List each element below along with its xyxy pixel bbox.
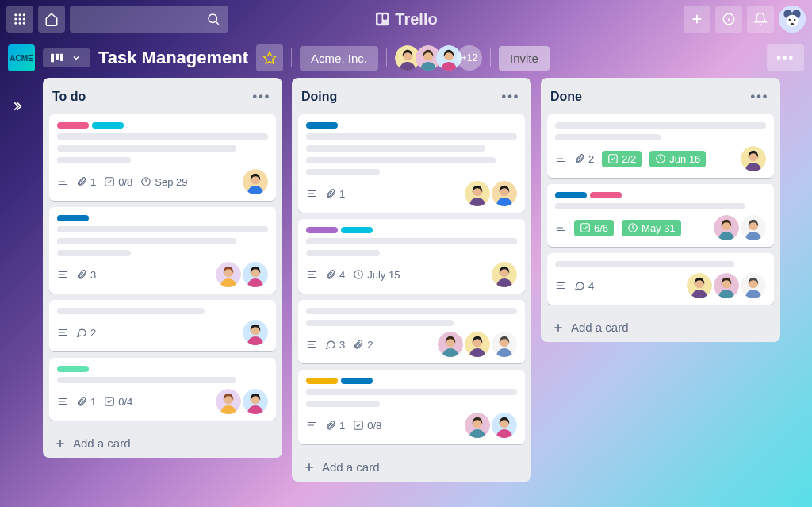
card-label	[306, 378, 338, 384]
check-badge: 6/6	[574, 220, 614, 236]
card[interactable]: 1	[298, 114, 525, 213]
svg-rect-67	[581, 224, 590, 232]
board-header: ACME Task Management Acme, Inc. +12 Invi…	[0, 38, 812, 78]
notifications-icon[interactable]	[747, 6, 774, 33]
member-overflow-count[interactable]: +12	[457, 45, 482, 71]
member-avatar	[216, 389, 241, 414]
card-text-line	[306, 157, 496, 163]
member-avatar	[492, 413, 517, 438]
card-members	[214, 389, 268, 414]
card[interactable]: 10/8	[298, 370, 525, 444]
card-text-line	[306, 133, 517, 140]
member-avatar	[714, 273, 739, 298]
card-text-line	[57, 308, 205, 314]
board-view-switcher[interactable]	[43, 48, 90, 67]
card-label	[92, 122, 124, 129]
cards-container: 22/2Jun 16 6/6May 31 4	[541, 113, 780, 313]
add-card-button[interactable]: Add a card	[292, 452, 531, 482]
card-label	[555, 192, 587, 198]
svg-rect-12	[383, 14, 387, 20]
list-menu-button[interactable]: •••	[251, 86, 273, 108]
member-avatar	[243, 262, 268, 287]
card-text-line	[306, 145, 485, 152]
card-label	[341, 227, 373, 233]
member-avatar	[465, 332, 490, 357]
card-label	[306, 122, 338, 129]
home-icon[interactable]	[38, 6, 65, 33]
board-title[interactable]: Task Management	[98, 48, 248, 68]
list-menu-button[interactable]: •••	[749, 86, 771, 108]
create-button[interactable]	[684, 6, 710, 33]
desc-badge	[306, 420, 317, 431]
add-card-button[interactable]: Add a card	[43, 428, 282, 458]
svg-point-5	[23, 18, 25, 21]
svg-rect-22	[56, 54, 59, 60]
card[interactable]: 6/6May 31	[547, 184, 774, 247]
card-text-line	[555, 203, 745, 209]
desc-badge	[306, 188, 317, 199]
board-canvas: To do ••• 10/8Sep 29 3 2 10/4 Add a card	[0, 78, 812, 507]
svg-rect-63	[609, 155, 618, 163]
list: Doing ••• 1 4July 15 32 10/8	[292, 78, 531, 482]
card-members	[463, 413, 517, 438]
card-text-line	[57, 238, 236, 244]
member-avatar	[465, 413, 490, 438]
sidebar-expand-button[interactable]	[0, 90, 33, 122]
member-avatar	[438, 332, 463, 357]
card[interactable]: 3	[49, 207, 276, 294]
divider	[291, 48, 292, 67]
board-menu-button[interactable]: •••	[767, 44, 804, 71]
svg-rect-40	[105, 398, 114, 406]
check-badge: 0/4	[104, 396, 132, 408]
card-members	[241, 169, 268, 194]
desc-badge	[555, 222, 566, 233]
card[interactable]: 4	[547, 253, 774, 305]
comment-badge: 4	[574, 280, 594, 292]
svg-point-20	[791, 23, 794, 25]
svg-point-8	[23, 22, 25, 25]
attach-badge: 2	[353, 339, 373, 351]
card[interactable]: 22/2Jun 16	[547, 114, 774, 178]
divider	[386, 48, 387, 67]
list-title[interactable]: Done	[550, 90, 749, 104]
apps-icon[interactable]	[6, 6, 33, 33]
card[interactable]: 10/4	[49, 358, 276, 421]
info-icon[interactable]	[715, 6, 742, 33]
card-text-line	[555, 261, 734, 267]
board-members[interactable]: +12	[395, 45, 482, 71]
user-avatar[interactable]	[779, 6, 806, 33]
add-card-button[interactable]: Add a card	[541, 313, 780, 342]
attach-badge: 3	[76, 269, 96, 281]
brand-name: Trello	[395, 10, 437, 29]
desc-badge	[555, 280, 566, 291]
list-title[interactable]: Doing	[301, 90, 500, 104]
card-members	[739, 146, 766, 171]
card-text-line	[306, 169, 380, 175]
list-title[interactable]: To do	[52, 90, 251, 104]
member-avatar	[216, 262, 241, 287]
svg-point-7	[19, 22, 21, 25]
card-text-line	[555, 134, 661, 140]
member-avatar	[741, 273, 766, 298]
card-text-line	[57, 157, 131, 163]
attach-badge: 1	[325, 420, 345, 432]
card[interactable]: 4July 15	[298, 219, 525, 294]
card-text-line	[555, 122, 766, 129]
workspace-badge[interactable]: ACME	[8, 44, 35, 71]
list-menu-button[interactable]: •••	[500, 86, 522, 108]
invite-button[interactable]: Invite	[499, 46, 550, 71]
workspace-button[interactable]: Acme, Inc.	[300, 46, 378, 71]
search-input[interactable]	[70, 6, 228, 33]
check-badge: 0/8	[104, 176, 132, 188]
chevron-down-icon	[70, 53, 82, 63]
attach-badge: 1	[76, 396, 96, 408]
attach-badge: 4	[325, 269, 345, 281]
card[interactable]: 2	[49, 300, 276, 351]
card[interactable]: 10/8Sep 29	[49, 114, 276, 201]
member-avatar	[714, 215, 739, 240]
member-avatar	[741, 215, 766, 240]
card[interactable]: 32	[298, 300, 525, 363]
desc-badge	[57, 396, 68, 407]
svg-point-6	[14, 22, 17, 25]
star-button[interactable]	[256, 44, 283, 71]
